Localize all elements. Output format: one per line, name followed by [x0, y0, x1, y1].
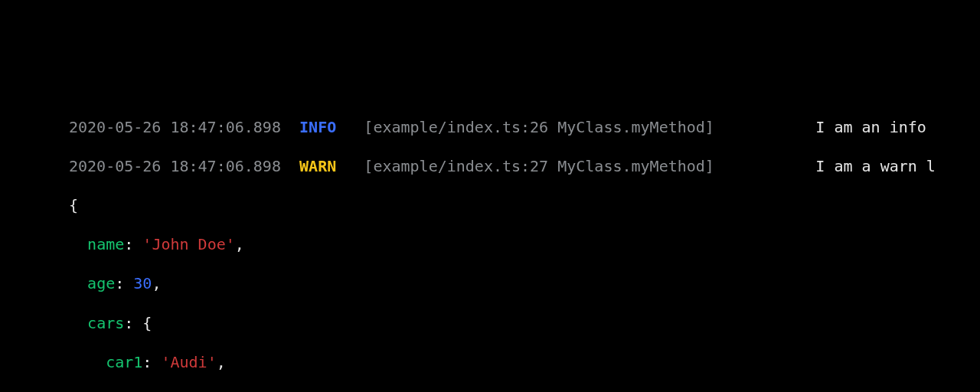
- log-line-info: 2020-05-26 18:47:06.898 INFO [example/in…: [69, 118, 980, 138]
- json-prop: name: 'John Doe',: [69, 235, 980, 255]
- log-level-warn: WARN: [299, 157, 336, 175]
- json-open-brace: {: [69, 196, 980, 216]
- timestamp: 2020-05-26 18:47:06.898: [69, 118, 281, 136]
- log-line-warn: 2020-05-26 18:47:06.898 WARN [example/in…: [69, 157, 980, 177]
- log-source: [example/index.ts:26 MyClass.myMethod]: [364, 118, 714, 136]
- json-key: car1: [106, 353, 142, 371]
- json-value: 'Audi': [161, 353, 216, 371]
- json-prop: cars: {: [69, 314, 980, 334]
- json-value: 30: [133, 274, 152, 292]
- json-prop: car1: 'Audi',: [69, 353, 980, 373]
- json-open-brace: {: [142, 314, 152, 332]
- log-message: I am an info: [815, 118, 936, 136]
- log-message: I am a warn l: [815, 157, 936, 175]
- log-level-info: INFO: [299, 118, 336, 136]
- log-source: [example/index.ts:27 MyClass.myMethod]: [364, 157, 714, 175]
- terminal-output: 2020-05-26 18:47:06.898 INFO [example/in…: [0, 98, 980, 392]
- json-prop: age: 30,: [69, 274, 980, 294]
- json-key: name: [87, 235, 124, 253]
- timestamp: 2020-05-26 18:47:06.898: [69, 157, 281, 175]
- json-key: age: [87, 274, 115, 292]
- json-value: 'John Doe': [142, 235, 234, 253]
- json-key: cars: [87, 314, 124, 332]
